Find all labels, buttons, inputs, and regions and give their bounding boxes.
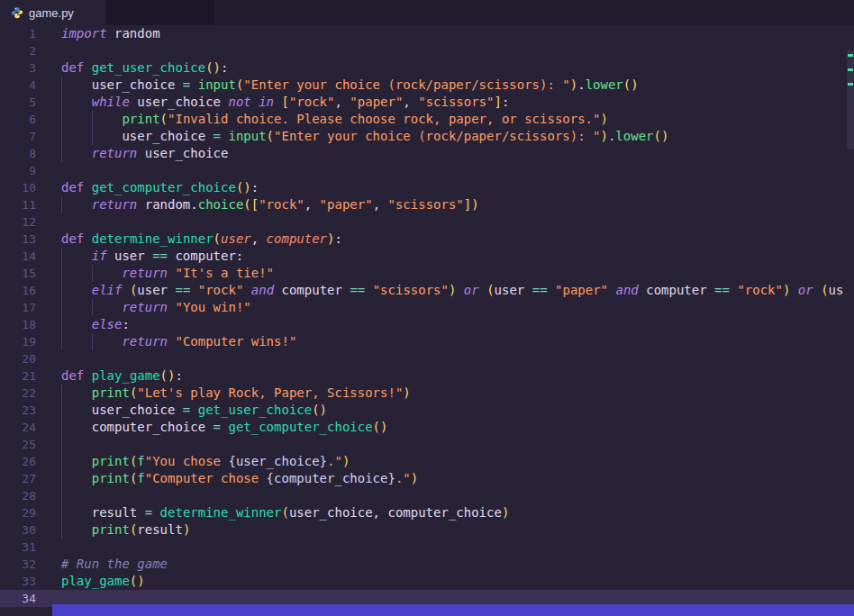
code-line[interactable]: 11 return random.choice(["rock", "paper"…: [0, 196, 854, 213]
code-line-text[interactable]: else:: [36, 316, 854, 333]
code-line-text[interactable]: return user_choice: [36, 145, 854, 162]
code-line[interactable]: 6 print("Invalid choice. Please choose r…: [0, 111, 854, 128]
code-line-text[interactable]: [36, 487, 854, 504]
code-line[interactable]: 22 print("Let's play Rock, Paper, Scisso…: [0, 385, 854, 402]
line-number[interactable]: 10: [0, 179, 36, 196]
line-number[interactable]: 34: [0, 590, 36, 607]
code-line[interactable]: 32# Run the game: [0, 556, 854, 573]
line-number[interactable]: 5: [0, 94, 36, 111]
code-line-text[interactable]: [36, 350, 854, 367]
code-line-text[interactable]: def get_user_choice():: [36, 59, 854, 77]
code-line-text[interactable]: user_choice = input("Enter your choice (…: [36, 128, 854, 145]
code-line[interactable]: 8 return user_choice: [0, 145, 854, 162]
line-number[interactable]: 13: [0, 231, 36, 248]
horizontal-scrollbar[interactable]: [52, 604, 854, 616]
code-line[interactable]: 27 print(f"Computer chose {computer_choi…: [0, 470, 854, 487]
code-line-text[interactable]: print("Invalid choice. Please choose roc…: [36, 111, 854, 128]
code-line[interactable]: 5 while user_choice not in ["rock", "pap…: [0, 94, 854, 111]
line-number[interactable]: 31: [0, 539, 36, 556]
code-line-text[interactable]: [36, 436, 854, 453]
line-number[interactable]: 24: [0, 419, 36, 436]
code-line[interactable]: 23 user_choice = get_user_choice(): [0, 402, 854, 419]
code-line[interactable]: 4 user_choice = input("Enter your choice…: [0, 77, 854, 94]
line-number[interactable]: 26: [0, 453, 36, 470]
code-line-text[interactable]: result = determine_winner(user_choice, c…: [36, 504, 854, 521]
code-line[interactable]: 19 return "Computer wins!": [0, 333, 854, 350]
code-line-text[interactable]: return "Computer wins!": [36, 333, 854, 350]
code-line[interactable]: 10def get_computer_choice():: [0, 179, 854, 196]
line-number[interactable]: 21: [0, 367, 36, 385]
code-line-text[interactable]: user_choice = get_user_choice(): [36, 402, 854, 419]
line-number[interactable]: 30: [0, 521, 36, 539]
line-number[interactable]: 25: [0, 436, 36, 453]
code-line[interactable]: 28: [0, 487, 854, 504]
code-line-text[interactable]: def determine_winner(user, computer):: [36, 231, 854, 248]
code-line-text[interactable]: print("Let's play Rock, Paper, Scissors!…: [36, 385, 854, 402]
line-number[interactable]: 23: [0, 402, 36, 419]
code-line[interactable]: 13def determine_winner(user, computer):: [0, 231, 854, 248]
code-line[interactable]: 24 computer_choice = get_computer_choice…: [0, 419, 854, 436]
code-line-text[interactable]: [36, 213, 854, 231]
code-line[interactable]: 3def get_user_choice():: [0, 59, 854, 77]
code-line[interactable]: 25: [0, 436, 854, 453]
code-line[interactable]: 30 print(result): [0, 521, 854, 539]
line-number[interactable]: 17: [0, 299, 36, 316]
code-line-text[interactable]: user_choice = input("Enter your choice (…: [36, 77, 854, 94]
code-line-text[interactable]: print(f"Computer chose {computer_choice}…: [36, 470, 854, 487]
code-line[interactable]: 18 else:: [0, 316, 854, 333]
line-number[interactable]: 20: [0, 350, 36, 367]
line-number[interactable]: 11: [0, 196, 36, 213]
code-line[interactable]: 16 elif (user == "rock" and computer == …: [0, 282, 854, 299]
tab-game-py[interactable]: game.py: [0, 0, 106, 25]
line-number[interactable]: 7: [0, 128, 36, 145]
code-line-text[interactable]: import random: [36, 25, 854, 42]
code-line-text[interactable]: [36, 42, 854, 59]
line-number[interactable]: 22: [0, 385, 36, 402]
line-number[interactable]: 32: [0, 556, 36, 573]
code-line[interactable]: 17 return "You win!": [0, 299, 854, 316]
code-line[interactable]: 21def play_game():: [0, 367, 854, 385]
code-line-text[interactable]: elif (user == "rock" and computer == "sc…: [36, 282, 854, 299]
code-line-text[interactable]: return random.choice(["rock", "paper", "…: [36, 196, 854, 213]
code-line[interactable]: 26 print(f"You chose {user_choice}."): [0, 453, 854, 470]
code-line[interactable]: 14 if user == computer:: [0, 248, 854, 265]
tab-inactive[interactable]: [106, 0, 214, 25]
line-number[interactable]: 18: [0, 316, 36, 333]
code-line-text[interactable]: return "You win!": [36, 299, 854, 316]
overview-ruler[interactable]: [847, 25, 854, 616]
code-line[interactable]: 12: [0, 213, 854, 231]
line-number[interactable]: 6: [0, 111, 36, 128]
line-number[interactable]: 9: [0, 162, 36, 179]
line-number[interactable]: 12: [0, 213, 36, 231]
code-line[interactable]: 31: [0, 539, 854, 556]
line-number[interactable]: 28: [0, 487, 36, 504]
code-line-text[interactable]: return "It's a tie!": [36, 265, 854, 282]
code-line[interactable]: 1import random: [0, 25, 854, 42]
line-number[interactable]: 15: [0, 265, 36, 282]
line-number[interactable]: 27: [0, 470, 36, 487]
code-line[interactable]: 2: [0, 42, 854, 59]
line-number[interactable]: 29: [0, 504, 36, 521]
code-line-text[interactable]: def play_game():: [36, 367, 854, 385]
code-line[interactable]: 29 result = determine_winner(user_choice…: [0, 504, 854, 521]
code-line[interactable]: 15 return "It's a tie!": [0, 265, 854, 282]
code-line-text[interactable]: [36, 539, 854, 556]
code-line[interactable]: 33play_game(): [0, 573, 854, 590]
line-number[interactable]: 2: [0, 42, 36, 59]
code-line-text[interactable]: play_game(): [36, 573, 854, 590]
code-line-text[interactable]: while user_choice not in ["rock", "paper…: [36, 94, 854, 111]
code-line-text[interactable]: if user == computer:: [36, 248, 854, 265]
line-number[interactable]: 33: [0, 573, 36, 590]
code-line[interactable]: 20: [0, 350, 854, 367]
line-number[interactable]: 4: [0, 77, 36, 94]
line-number[interactable]: 14: [0, 248, 36, 265]
line-number[interactable]: 16: [0, 282, 36, 299]
code-line-text[interactable]: computer_choice = get_computer_choice(): [36, 419, 854, 436]
code-line-text[interactable]: # Run the game: [36, 556, 854, 573]
code-line[interactable]: 9: [0, 162, 854, 179]
line-number[interactable]: 1: [0, 25, 36, 42]
code-line-text[interactable]: print(f"You chose {user_choice}."): [36, 453, 854, 470]
line-number[interactable]: 3: [0, 59, 36, 77]
code-line-text[interactable]: def get_computer_choice():: [36, 179, 854, 196]
code-line[interactable]: 7 user_choice = input("Enter your choice…: [0, 128, 854, 145]
